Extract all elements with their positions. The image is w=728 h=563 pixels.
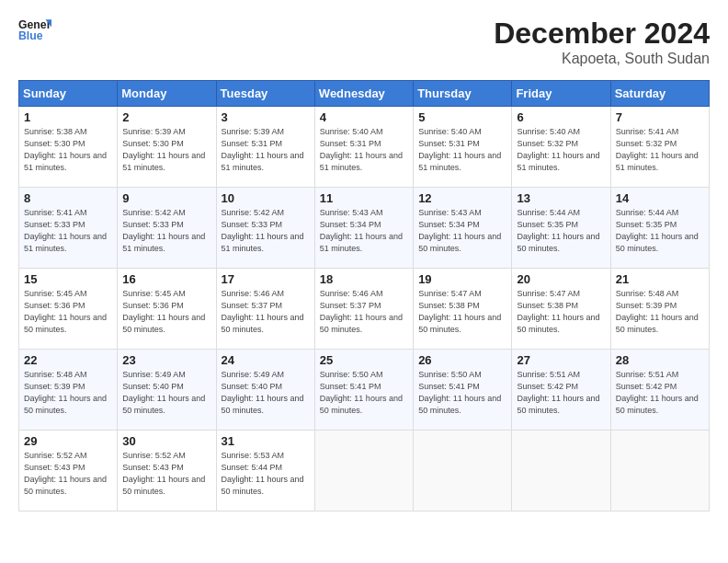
day-number: 11 [320,191,408,205]
calendar-cell: 26Sunrise: 5:50 AMSunset: 5:41 PMDayligh… [414,350,512,431]
calendar-cell: 11Sunrise: 5:43 AMSunset: 5:34 PMDayligh… [314,188,413,269]
weekday-header-row: SundayMondayTuesdayWednesdayThursdayFrid… [19,81,710,107]
calendar-cell: 8Sunrise: 5:41 AMSunset: 5:33 PMDaylight… [19,188,118,269]
day-info: Sunrise: 5:41 AMSunset: 5:32 PMDaylight:… [616,126,704,174]
header: General Blue December 2024 Kapoeta, Sout… [18,17,710,67]
day-number: 13 [517,191,605,205]
day-info: Sunrise: 5:51 AMSunset: 5:42 PMDaylight:… [517,369,605,417]
day-number: 15 [24,272,112,286]
calendar-cell [512,431,610,511]
calendar-cell: 5Sunrise: 5:40 AMSunset: 5:31 PMDaylight… [414,107,512,188]
day-info: Sunrise: 5:48 AMSunset: 5:39 PMDaylight:… [24,369,112,417]
calendar-week-row: 29Sunrise: 5:52 AMSunset: 5:43 PMDayligh… [19,431,710,511]
calendar-cell: 27Sunrise: 5:51 AMSunset: 5:42 PMDayligh… [512,350,610,431]
calendar-cell: 16Sunrise: 5:45 AMSunset: 5:36 PMDayligh… [118,269,216,350]
day-number: 30 [122,434,210,448]
day-info: Sunrise: 5:43 AMSunset: 5:34 PMDaylight:… [320,207,408,255]
calendar-cell: 21Sunrise: 5:48 AMSunset: 5:39 PMDayligh… [610,269,709,350]
day-number: 25 [320,353,408,367]
calendar-cell: 31Sunrise: 5:53 AMSunset: 5:44 PMDayligh… [216,431,314,511]
calendar-cell: 22Sunrise: 5:48 AMSunset: 5:39 PMDayligh… [19,350,118,431]
calendar-title: December 2024 [494,17,710,51]
calendar-week-row: 15Sunrise: 5:45 AMSunset: 5:36 PMDayligh… [19,269,710,350]
day-number: 22 [24,353,112,367]
day-number: 21 [616,272,704,286]
day-info: Sunrise: 5:48 AMSunset: 5:39 PMDaylight:… [616,288,704,336]
day-info: Sunrise: 5:44 AMSunset: 5:35 PMDaylight:… [517,207,605,255]
calendar-cell: 7Sunrise: 5:41 AMSunset: 5:32 PMDaylight… [610,107,709,188]
day-info: Sunrise: 5:39 AMSunset: 5:31 PMDaylight:… [222,126,310,174]
calendar-week-row: 1Sunrise: 5:38 AMSunset: 5:30 PMDaylight… [19,107,710,188]
day-number: 1 [24,110,112,124]
day-info: Sunrise: 5:50 AMSunset: 5:41 PMDaylight:… [418,369,506,417]
calendar-cell: 20Sunrise: 5:47 AMSunset: 5:38 PMDayligh… [512,269,610,350]
calendar-cell: 2Sunrise: 5:39 AMSunset: 5:30 PMDaylight… [118,107,216,188]
weekday-header: Saturday [610,81,709,107]
calendar-week-row: 8Sunrise: 5:41 AMSunset: 5:33 PMDaylight… [19,188,710,269]
calendar-cell: 14Sunrise: 5:44 AMSunset: 5:35 PMDayligh… [610,188,709,269]
calendar-cell: 3Sunrise: 5:39 AMSunset: 5:31 PMDaylight… [216,107,314,188]
calendar-cell: 24Sunrise: 5:49 AMSunset: 5:40 PMDayligh… [216,350,314,431]
svg-text:Blue: Blue [18,29,43,42]
logo: General Blue [18,17,51,42]
day-info: Sunrise: 5:40 AMSunset: 5:31 PMDaylight:… [320,126,408,174]
calendar-cell: 15Sunrise: 5:45 AMSunset: 5:36 PMDayligh… [19,269,118,350]
day-number: 28 [616,353,704,367]
day-info: Sunrise: 5:38 AMSunset: 5:30 PMDaylight:… [24,126,112,174]
day-number: 19 [418,272,506,286]
calendar-cell: 6Sunrise: 5:40 AMSunset: 5:32 PMDaylight… [512,107,610,188]
day-number: 8 [24,191,112,205]
day-number: 10 [222,191,310,205]
day-number: 24 [222,353,310,367]
calendar-cell [414,431,512,511]
title-block: December 2024 Kapoeta, South Sudan [494,17,710,67]
day-info: Sunrise: 5:52 AMSunset: 5:43 PMDaylight:… [24,450,112,498]
weekday-header: Thursday [414,81,512,107]
day-number: 20 [517,272,605,286]
calendar-cell: 12Sunrise: 5:43 AMSunset: 5:34 PMDayligh… [414,188,512,269]
day-info: Sunrise: 5:44 AMSunset: 5:35 PMDaylight:… [616,207,704,255]
day-info: Sunrise: 5:50 AMSunset: 5:41 PMDaylight:… [320,369,408,417]
day-info: Sunrise: 5:43 AMSunset: 5:34 PMDaylight:… [418,207,506,255]
logo-icon: General Blue [18,17,51,42]
day-number: 5 [418,110,506,124]
day-info: Sunrise: 5:42 AMSunset: 5:33 PMDaylight:… [122,207,210,255]
day-number: 17 [222,272,310,286]
day-info: Sunrise: 5:45 AMSunset: 5:36 PMDaylight:… [122,288,210,336]
day-info: Sunrise: 5:46 AMSunset: 5:37 PMDaylight:… [320,288,408,336]
day-info: Sunrise: 5:40 AMSunset: 5:32 PMDaylight:… [517,126,605,174]
day-info: Sunrise: 5:49 AMSunset: 5:40 PMDaylight:… [222,369,310,417]
day-info: Sunrise: 5:53 AMSunset: 5:44 PMDaylight:… [222,450,310,498]
day-info: Sunrise: 5:41 AMSunset: 5:33 PMDaylight:… [24,207,112,255]
calendar-cell: 1Sunrise: 5:38 AMSunset: 5:30 PMDaylight… [19,107,118,188]
day-number: 31 [222,434,310,448]
day-number: 29 [24,434,112,448]
calendar-cell: 17Sunrise: 5:46 AMSunset: 5:37 PMDayligh… [216,269,314,350]
calendar-cell: 13Sunrise: 5:44 AMSunset: 5:35 PMDayligh… [512,188,610,269]
day-info: Sunrise: 5:51 AMSunset: 5:42 PMDaylight:… [616,369,704,417]
day-number: 6 [517,110,605,124]
day-number: 27 [517,353,605,367]
day-number: 2 [122,110,210,124]
day-info: Sunrise: 5:52 AMSunset: 5:43 PMDaylight:… [122,450,210,498]
weekday-header: Tuesday [216,81,314,107]
page: General Blue December 2024 Kapoeta, Sout… [0,0,728,521]
day-info: Sunrise: 5:49 AMSunset: 5:40 PMDaylight:… [122,369,210,417]
day-number: 7 [616,110,704,124]
day-info: Sunrise: 5:45 AMSunset: 5:36 PMDaylight:… [24,288,112,336]
calendar-cell: 4Sunrise: 5:40 AMSunset: 5:31 PMDaylight… [314,107,413,188]
day-info: Sunrise: 5:47 AMSunset: 5:38 PMDaylight:… [418,288,506,336]
calendar-cell: 9Sunrise: 5:42 AMSunset: 5:33 PMDaylight… [118,188,216,269]
day-number: 18 [320,272,408,286]
calendar-cell: 19Sunrise: 5:47 AMSunset: 5:38 PMDayligh… [414,269,512,350]
day-info: Sunrise: 5:39 AMSunset: 5:30 PMDaylight:… [122,126,210,174]
calendar-cell: 30Sunrise: 5:52 AMSunset: 5:43 PMDayligh… [118,431,216,511]
day-number: 14 [616,191,704,205]
calendar-cell: 10Sunrise: 5:42 AMSunset: 5:33 PMDayligh… [216,188,314,269]
day-info: Sunrise: 5:47 AMSunset: 5:38 PMDaylight:… [517,288,605,336]
day-number: 23 [122,353,210,367]
weekday-header: Friday [512,81,610,107]
day-number: 12 [418,191,506,205]
day-number: 4 [320,110,408,124]
calendar-week-row: 22Sunrise: 5:48 AMSunset: 5:39 PMDayligh… [19,350,710,431]
